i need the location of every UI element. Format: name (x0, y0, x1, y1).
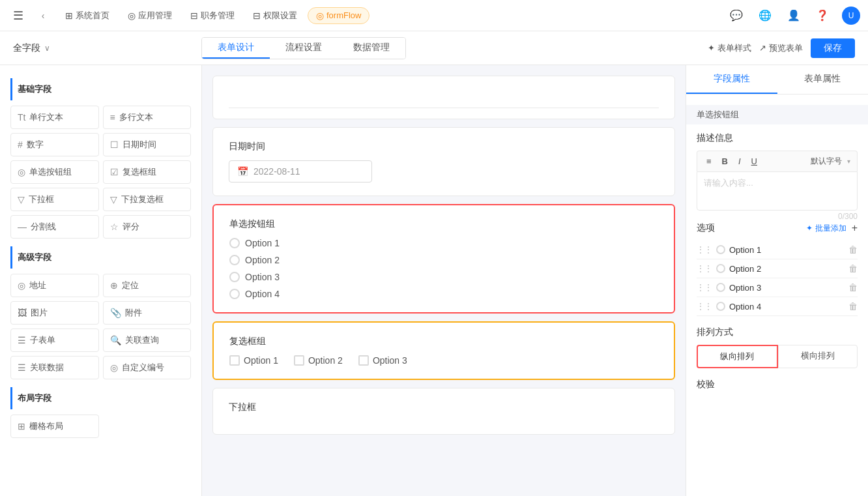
checkbox-card: 复选框组 Option 1 Option 2 Option 3 (212, 321, 675, 380)
back-button[interactable]: ‹ (34, 7, 52, 25)
desc-textarea[interactable]: 请输入内容... (697, 171, 858, 211)
sub-header-right: ✦ 表单样式 ↗ 预览表单 保存 (708, 38, 855, 58)
desc-count: 0/300 (697, 211, 858, 222)
align-button[interactable]: ≡ (704, 155, 714, 168)
help-icon[interactable]: ❓ (813, 7, 832, 25)
checkbox-box-1 (229, 355, 240, 366)
sidebar-item-grid[interactable]: ⊞ 栅格布局 (10, 415, 99, 438)
radio-option-4[interactable]: Option 4 (229, 289, 658, 299)
sidebar-item-assoc-query[interactable]: 🔍 关联查询 (103, 328, 192, 352)
desc-section-title: 描述信息 (697, 132, 858, 144)
options-header: 选项 ✦ 批量添加 + (697, 222, 858, 234)
sidebar-item-divider[interactable]: — 分割线 (10, 215, 99, 239)
tab-form-properties[interactable]: 表单属性 (777, 65, 869, 94)
sidebar-item-checkbox[interactable]: ☑ 复选框组 (103, 160, 192, 184)
drag-handle-4[interactable]: ⋮⋮ (697, 302, 712, 311)
nav-tab-app[interactable]: ◎ 应用管理 (120, 7, 180, 24)
top-input-card (212, 76, 675, 119)
sidebar-item-assoc-data[interactable]: ☰ 关联数据 (10, 356, 99, 379)
nav-tab-formflow[interactable]: ◎ formFlow (308, 7, 369, 24)
sidebar-item-number[interactable]: # 数字 (10, 133, 99, 156)
drag-handle-3[interactable]: ⋮⋮ (697, 283, 712, 292)
date-input[interactable]: 📅 2022-08-11 (229, 160, 372, 182)
tab-form-design[interactable]: 表单设计 (202, 38, 270, 59)
options-actions: ✦ 批量添加 + (806, 222, 858, 234)
rating-icon: ☆ (110, 222, 119, 232)
checkbox-option-2[interactable]: Option 2 (294, 355, 343, 366)
italic-button[interactable]: I (736, 155, 744, 168)
sidebar-item-address[interactable]: ◎ 地址 (10, 274, 99, 297)
checkbox-option-3[interactable]: Option 3 (358, 355, 407, 366)
option-text-1[interactable]: Option 1 (729, 245, 845, 255)
drag-handle-1[interactable]: ⋮⋮ (697, 245, 712, 254)
main-layout: 基础字段 Tt 单行文本 ≡ 多行文本 # 数字 ☐ 日期时间 ◎ 单选按钮组 (0, 65, 868, 496)
menu-icon[interactable]: ☰ (8, 5, 29, 26)
nav-tab-job[interactable]: ⊟ 职务管理 (182, 7, 242, 24)
nav-tab-permission[interactable]: ⊟ 权限设置 (245, 7, 305, 24)
radio-option-3[interactable]: Option 3 (229, 272, 658, 282)
top-navigation: ☰ ‹ ⊞ 系统首页 ◎ 应用管理 ⊟ 职务管理 ⊟ 权限设置 ◎ formFl… (0, 0, 868, 31)
font-size-label[interactable]: 默认字号 (811, 156, 842, 167)
sidebar-item-select[interactable]: ▽ 下拉框 (10, 188, 99, 211)
basic-fields-title: 基础字段 (10, 78, 191, 100)
radio-option-1[interactable]: Option 1 (229, 238, 658, 248)
sidebar-item-custom-number[interactable]: ◎ 自定义编号 (103, 356, 192, 379)
checkbox-box-3 (358, 355, 369, 366)
sidebar-item-multi-text[interactable]: ≡ 多行文本 (103, 106, 192, 129)
dropdown-card: 下拉框 (212, 388, 675, 435)
user-circle-icon[interactable]: 👤 (785, 7, 803, 25)
message-icon[interactable]: 💬 (727, 7, 745, 25)
preview-button[interactable]: ↗ 预览表单 (759, 42, 803, 54)
desc-toolbar: ≡ B I U 默认字号 ▾ (697, 151, 858, 171)
option-item-3: ⋮⋮ Option 3 🗑 (697, 278, 858, 297)
checkbox-option-1[interactable]: Option 1 (229, 355, 278, 366)
option-item-2: ⋮⋮ Option 2 🗑 (697, 259, 858, 278)
nav-tabs: ⊞ 系统首页 ◎ 应用管理 ⊟ 职务管理 ⊟ 权限设置 ◎ formFlow (57, 7, 722, 24)
option-text-3[interactable]: Option 3 (729, 283, 845, 293)
sort-vertical-button[interactable]: 纵向排列 (697, 345, 778, 368)
delete-option-1[interactable]: 🗑 (848, 244, 858, 255)
nav-tab-home[interactable]: ⊞ 系统首页 (57, 7, 117, 24)
home-icon: ⊞ (65, 10, 73, 21)
preview-icon: ↗ (759, 43, 766, 53)
sidebar-item-datetime[interactable]: ☐ 日期时间 (103, 133, 192, 156)
sub-header-tabs: 表单设计 流程设置 数据管理 (201, 37, 406, 59)
sidebar-item-subtable[interactable]: ☰ 子表单 (10, 328, 99, 352)
perm-icon: ⊟ (253, 10, 261, 21)
sort-horizontal-button[interactable]: 横向排列 (778, 345, 858, 368)
sidebar-item-radio[interactable]: ◎ 单选按钮组 (10, 160, 99, 184)
avatar[interactable]: U (842, 7, 860, 25)
sidebar-item-single-text[interactable]: Tt 单行文本 (10, 106, 99, 129)
tab-data-management[interactable]: 数据管理 (338, 38, 405, 59)
subtable-icon: ☰ (18, 335, 26, 345)
radio-option-2[interactable]: Option 2 (229, 255, 658, 265)
option-text-4[interactable]: Option 4 (729, 302, 845, 312)
sort-label: 排列方式 (697, 327, 858, 338)
sidebar-item-multi-select[interactable]: ▽ 下拉复选框 (103, 188, 192, 211)
radio-card[interactable]: 单选按钮组 Option 1 Option 2 Option 3 Option … (212, 204, 675, 314)
drag-handle-2[interactable]: ⋮⋮ (697, 264, 712, 273)
delete-option-3[interactable]: 🗑 (848, 282, 858, 293)
top-text-input[interactable] (229, 87, 659, 108)
right-panel: 字段属性 表单属性 单选按钮组 描述信息 ≡ B I U 默认字号 ▾ 请输入内… (686, 65, 868, 496)
radio-icon: ◎ (18, 167, 25, 177)
batch-add-button[interactable]: ✦ 批量添加 (806, 223, 846, 234)
delete-option-2[interactable]: 🗑 (848, 263, 858, 274)
sidebar-item-rating[interactable]: ☆ 评分 (103, 215, 192, 239)
delete-option-4[interactable]: 🗑 (848, 301, 858, 312)
sidebar-item-location[interactable]: ⊕ 定位 (103, 274, 192, 297)
tab-flow-settings[interactable]: 流程设置 (270, 38, 338, 59)
globe-icon[interactable]: 🌐 (756, 7, 774, 25)
option-text-2[interactable]: Option 2 (729, 264, 845, 274)
add-option-button[interactable]: + (852, 222, 858, 234)
bold-button[interactable]: B (719, 155, 731, 168)
custom-num-icon: ◎ (110, 362, 118, 373)
underline-button[interactable]: U (749, 155, 760, 168)
form-style-button[interactable]: ✦ 表单样式 (708, 42, 751, 54)
field-filter[interactable]: 全字段 ∨ (13, 42, 50, 54)
save-button[interactable]: 保存 (811, 38, 855, 58)
sidebar-item-attachment[interactable]: 📎 附件 (103, 301, 192, 325)
flow-icon: ◎ (316, 10, 324, 21)
sidebar-item-image[interactable]: 🖼 图片 (10, 301, 99, 325)
tab-field-properties[interactable]: 字段属性 (686, 65, 777, 94)
